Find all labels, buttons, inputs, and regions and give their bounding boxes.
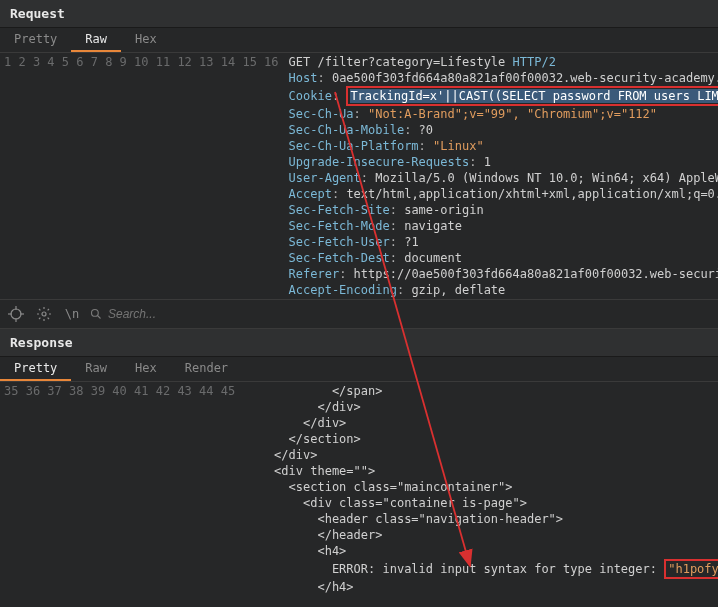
tab-raw-resp[interactable]: Raw bbox=[71, 357, 121, 381]
svg-line-7 bbox=[98, 316, 101, 319]
hdr-key: Host bbox=[289, 71, 318, 85]
request-tabs: Pretty Raw Hex bbox=[0, 28, 718, 53]
hdr-val: text/html,application/xhtml+xml,applicat… bbox=[346, 187, 718, 201]
hdr-key: Sec-Fetch-Site bbox=[289, 203, 390, 217]
hdr-val: 1 bbox=[484, 155, 491, 169]
resp-line: <h4> bbox=[245, 544, 346, 558]
hdr-key: Sec-Fetch-Dest bbox=[289, 251, 390, 265]
tab-hex[interactable]: Hex bbox=[121, 28, 171, 52]
svg-point-6 bbox=[92, 310, 99, 317]
app-root: Request Pretty Raw Hex 1 2 3 4 5 6 7 8 9… bbox=[0, 0, 718, 596]
resp-line: <section class="maincontainer"> bbox=[245, 480, 512, 494]
resp-line: </header> bbox=[245, 528, 382, 542]
resp-line: <div theme=""> bbox=[245, 464, 375, 478]
crosshair-icon[interactable] bbox=[6, 304, 26, 324]
hdr-val: document bbox=[404, 251, 462, 265]
request-code-area: 1 2 3 4 5 6 7 8 9 10 11 12 13 14 15 16 G… bbox=[0, 53, 718, 299]
response-panel-title: Response bbox=[0, 329, 718, 357]
tab-hex-resp[interactable]: Hex bbox=[121, 357, 171, 381]
hdr-val: https://0ae500f303fd664a80a821af00f00032… bbox=[354, 267, 718, 281]
resp-line: <header class="navigation-header"> bbox=[245, 512, 563, 526]
hdr-val: ?1 bbox=[404, 235, 418, 249]
tab-raw[interactable]: Raw bbox=[71, 28, 121, 52]
hdr-key: Accept-Encoding bbox=[289, 283, 397, 297]
tab-pretty[interactable]: Pretty bbox=[0, 28, 71, 52]
resp-line: </div> bbox=[245, 400, 361, 414]
gear-icon[interactable] bbox=[34, 304, 54, 324]
hdr-val: 0ae500f303fd664a80a821af00f00032.web-sec… bbox=[332, 71, 718, 85]
resp-line: </section> bbox=[245, 432, 361, 446]
hdr-val: navigate bbox=[404, 219, 462, 233]
hdr-key: Sec-Ch-Ua-Platform bbox=[289, 139, 419, 153]
http-method: GET bbox=[289, 55, 311, 69]
search-input[interactable] bbox=[108, 307, 712, 321]
tab-render-resp[interactable]: Render bbox=[171, 357, 242, 381]
search-box bbox=[90, 307, 712, 321]
newline-icon[interactable]: \n bbox=[62, 304, 82, 324]
search-icon bbox=[90, 308, 102, 320]
hdr-key: User-Agent bbox=[289, 171, 361, 185]
request-code[interactable]: GET /filter?category=Lifestyle HTTP/2 Ho… bbox=[285, 53, 718, 299]
http-path: /filter?category=Lifestyle bbox=[317, 55, 505, 69]
sql-injection: ||CAST((SELECT password FROM users LIMIT… bbox=[444, 89, 718, 103]
leaked-password-box: "h1pofypsytdaneyqxn5x" bbox=[664, 559, 718, 579]
hdr-key: Sec-Fetch-Mode bbox=[289, 219, 390, 233]
request-gutter: 1 2 3 4 5 6 7 8 9 10 11 12 13 14 15 16 bbox=[0, 53, 285, 299]
error-text: ERROR: invalid input syntax for type int… bbox=[245, 562, 664, 576]
request-panel-title: Request bbox=[0, 0, 718, 28]
hdr-val: gzip, deflate bbox=[411, 283, 505, 297]
svg-point-0 bbox=[11, 309, 21, 319]
tracking-prefix: TrackingId=x' bbox=[350, 89, 444, 103]
tab-pretty-resp[interactable]: Pretty bbox=[0, 357, 71, 381]
hdr-val: same-origin bbox=[404, 203, 483, 217]
hdr-key: Sec-Ch-Ua-Mobile bbox=[289, 123, 405, 137]
hdr-key: Upgrade-Insecure-Requests bbox=[289, 155, 470, 169]
hdr-key: Cookie bbox=[289, 89, 332, 103]
http-proto: HTTP/2 bbox=[513, 55, 556, 69]
hdr-val: "Linux" bbox=[433, 139, 484, 153]
response-gutter: 35 36 37 38 39 40 41 42 43 44 45 bbox=[0, 382, 241, 596]
hdr-val: "Not:A-Brand";v="99", "Chromium";v="112" bbox=[368, 107, 657, 121]
svg-point-5 bbox=[42, 312, 46, 316]
resp-line: </div> bbox=[245, 448, 317, 462]
response-code[interactable]: </span> </div> </div> </section> </div> … bbox=[241, 382, 718, 596]
response-tabs: Pretty Raw Hex Render bbox=[0, 357, 718, 382]
hdr-val: ?0 bbox=[419, 123, 433, 137]
hdr-key: Sec-Fetch-User bbox=[289, 235, 390, 249]
resp-line: </div> bbox=[245, 416, 346, 430]
response-code-area: 35 36 37 38 39 40 41 42 43 44 45 </span>… bbox=[0, 382, 718, 596]
injection-highlight-box: TrackingId=x'||CAST((SELECT password FRO… bbox=[346, 86, 718, 106]
hdr-key: Referer bbox=[289, 267, 340, 281]
resp-line: </span> bbox=[245, 384, 382, 398]
hdr-key: Accept bbox=[289, 187, 332, 201]
resp-line: </h4> bbox=[245, 580, 353, 594]
hdr-key: Sec-Ch-Ua bbox=[289, 107, 354, 121]
hdr-val: Mozilla/5.0 (Windows NT 10.0; Win64; x64… bbox=[375, 171, 718, 185]
toolbar: \n bbox=[0, 299, 718, 329]
resp-line: <div class="container is-page"> bbox=[245, 496, 527, 510]
